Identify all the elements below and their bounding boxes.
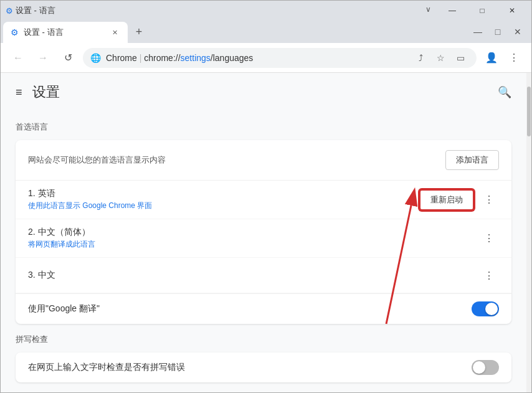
minimize-button[interactable]: — xyxy=(438,1,467,21)
google-translate-toggle[interactable] xyxy=(472,301,499,316)
url-path: /languages xyxy=(211,53,254,63)
scrollbar[interactable] xyxy=(526,73,531,393)
spell-check-section: 拼写检查 在网页上输入文字时检查是否有拼写错误 xyxy=(16,334,511,382)
page-title: 设置 xyxy=(32,83,60,102)
url-bar[interactable]: 🌐 Chrome | chrome://settings/languages ⤴… xyxy=(83,48,477,68)
close-window-button[interactable]: ✕ xyxy=(509,23,526,40)
card-header: 网站会尽可能以您的首选语言显示内容 添加语言 xyxy=(16,140,511,181)
language-info-english: 1. 英语 使用此语言显示 Google Chrome 界面 xyxy=(28,188,419,211)
language-sub-chinese-simplified[interactable]: 将网页翻译成此语言 xyxy=(28,239,479,250)
language-row-chinese: 3. 中文 ⋮ xyxy=(16,258,511,293)
lang-name-1: 英语 xyxy=(38,188,55,198)
browser-actions: 👤 ⋮ xyxy=(482,48,524,68)
language-actions-chinese-simplified: ⋮ xyxy=(479,229,499,249)
more-options-english-button[interactable]: ⋮ xyxy=(479,190,499,210)
search-button[interactable]: 🔍 xyxy=(498,85,511,99)
preferred-language-card: 网站会尽可能以您的首选语言显示内容 添加语言 1. 英语 使用此语言显示 Goo… xyxy=(16,140,511,324)
desktop-button[interactable]: ▭ xyxy=(452,49,469,67)
lang-number-2: 2. xyxy=(28,227,36,237)
settings-content: ≡ 设置 🔍 首选语言 网站会尽可能以您的首选语言显示内容 添加语言 xyxy=(1,73,526,393)
tab-settings-icon: ⚙ xyxy=(6,6,13,16)
back-button[interactable]: ← xyxy=(8,48,28,68)
tab-settings-icon: ⚙ xyxy=(11,27,19,37)
chevron-down-icon[interactable]: ∨ xyxy=(419,1,437,18)
restore-window-button[interactable]: □ xyxy=(489,23,506,40)
preferred-language-section-title: 首选语言 xyxy=(16,121,511,133)
address-bar: ← → ↺ 🌐 Chrome | chrome://settings/langu… xyxy=(1,43,531,73)
page: ≡ 设置 🔍 首选语言 网站会尽可能以您的首选语言显示内容 添加语言 xyxy=(1,73,531,393)
scrollbar-thumb[interactable] xyxy=(527,87,531,136)
url-text: Chrome | chrome://settings/languages xyxy=(106,53,407,63)
toggle-thumb xyxy=(485,303,498,315)
more-options-chinese-button[interactable]: ⋮ xyxy=(479,265,499,285)
spell-check-row: 在网页上输入文字时检查是否有拼写错误 xyxy=(16,353,511,382)
settings-header: ≡ 设置 🔍 xyxy=(1,73,526,111)
window-controls: ∨ — □ ✕ xyxy=(419,1,526,21)
language-row-english: 1. 英语 使用此语言显示 Google Chrome 界面 重新启动 ⋮ xyxy=(16,181,511,219)
profile-button[interactable]: 👤 xyxy=(482,48,501,68)
tab-bar-right: — □ ✕ xyxy=(464,23,531,43)
url-host: Chrome xyxy=(106,53,137,63)
reload-button[interactable]: ↺ xyxy=(58,48,78,68)
page-layout: ≡ 设置 🔍 首选语言 网站会尽可能以您的首选语言显示内容 添加语言 xyxy=(1,73,531,393)
spell-check-toggle[interactable] xyxy=(472,360,499,375)
title-bar-title: 设置 - 语言 xyxy=(16,5,55,16)
language-name-english: 1. 英语 xyxy=(28,188,419,199)
language-actions-chinese: ⋮ xyxy=(479,265,499,285)
minimize-window-button[interactable]: — xyxy=(469,23,487,40)
share-button[interactable]: ⤴ xyxy=(412,49,429,67)
language-info-chinese-simplified: 2. 中文（简体） 将网页翻译成此语言 xyxy=(28,227,479,250)
url-scheme: chrome:// xyxy=(144,53,180,63)
tab-bar: ⚙ 设置 - 语言 ✕ + — □ ✕ xyxy=(1,21,531,43)
lang-number-3: 3. xyxy=(28,270,36,280)
lang-name-3: 中文 xyxy=(38,270,55,280)
language-row-chinese-simplified: 2. 中文（简体） 将网页翻译成此语言 ⋮ xyxy=(16,219,511,258)
forward-button[interactable]: → xyxy=(33,48,53,68)
language-name-chinese: 3. 中文 xyxy=(28,270,479,281)
spell-check-card: 在网页上输入文字时检查是否有拼写错误 xyxy=(16,353,511,382)
settings-main: 首选语言 网站会尽可能以您的首选语言显示内容 添加语言 1. 英语 xyxy=(1,111,526,393)
new-tab-button[interactable]: + xyxy=(130,23,148,40)
spell-check-toggle-thumb xyxy=(473,361,485,374)
google-translate-row: 使用"Google 翻译" xyxy=(16,293,511,324)
tab-settings-languages[interactable]: ⚙ 设置 - 语言 ✕ xyxy=(3,22,128,43)
title-bar: ⚙ 设置 - 语言 ∨ — □ ✕ xyxy=(1,1,531,21)
maximize-button[interactable]: □ xyxy=(468,1,496,21)
close-button[interactable]: ✕ xyxy=(498,1,526,21)
language-info-chinese: 3. 中文 xyxy=(28,270,479,281)
bookmark-button[interactable]: ☆ xyxy=(432,49,449,67)
url-settings: settings xyxy=(181,53,211,63)
tab-close-button[interactable]: ✕ xyxy=(109,27,120,38)
url-actions: ⤴ ☆ ▭ xyxy=(412,49,469,67)
more-menu-button[interactable]: ⋮ xyxy=(504,48,524,68)
spell-check-label: 在网页上输入文字时检查是否有拼写错误 xyxy=(28,362,472,373)
tab-label: 设置 - 语言 xyxy=(24,27,64,38)
chrome-icon: 🌐 xyxy=(90,53,101,63)
language-name-chinese-simplified: 2. 中文（简体） xyxy=(28,227,479,238)
more-options-chinese-simplified-button[interactable]: ⋮ xyxy=(479,229,499,249)
restart-button[interactable]: 重新启动 xyxy=(419,189,474,211)
language-actions-english: 重新启动 ⋮ xyxy=(419,189,499,211)
spell-check-section-title: 拼写检查 xyxy=(16,334,511,345)
card-description: 网站会尽可能以您的首选语言显示内容 xyxy=(28,154,166,166)
google-translate-label: 使用"Google 翻译" xyxy=(28,303,472,315)
lang-number-1: 1. xyxy=(28,188,36,198)
hamburger-menu-button[interactable]: ≡ xyxy=(16,86,22,99)
lang-name-2: 中文（简体） xyxy=(38,227,90,237)
language-sub-english[interactable]: 使用此语言显示 Google Chrome 界面 xyxy=(28,201,419,211)
add-language-button[interactable]: 添加语言 xyxy=(445,150,499,170)
